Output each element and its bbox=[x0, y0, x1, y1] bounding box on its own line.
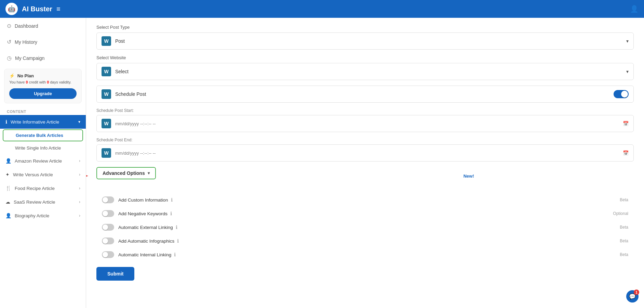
sidebar-item-label-food: Food Recipe Article bbox=[15, 186, 55, 191]
sidebar-item-label-versus: Write Versus Article bbox=[13, 172, 53, 177]
sidebar-item-write-versus-article[interactable]: ✦ Write Versus Article › bbox=[0, 168, 86, 181]
red-arrow-annotation bbox=[86, 169, 90, 183]
write-single-info-label: Write Single Info Article bbox=[15, 145, 61, 151]
chevron-right-icon: › bbox=[79, 158, 80, 163]
no-plan-title: ⚡ No Plan bbox=[9, 73, 77, 78]
generate-bulk-articles-label: Generate Bulk Articles bbox=[16, 133, 63, 138]
info-icon-custom[interactable]: ℹ bbox=[171, 197, 173, 203]
info-icon-neg-kw[interactable]: ℹ bbox=[170, 211, 172, 216]
sidebar-item-label-dashboard: Dashboard bbox=[15, 23, 38, 29]
toggle-thumb-neg bbox=[103, 211, 108, 216]
calendar-icon-end[interactable]: 📅 bbox=[623, 150, 629, 156]
dashboard-icon: ⊙ bbox=[7, 23, 11, 29]
schedule-end-row: W 📅 bbox=[96, 144, 634, 162]
option-label-external-linking: Automatic External Linking bbox=[118, 225, 173, 230]
dropdown-chevron-post: ▾ bbox=[626, 38, 629, 44]
info-icon-infographics[interactable]: ℹ bbox=[177, 238, 179, 244]
sidebar-item-dashboard[interactable]: ⊙ Dashboard bbox=[0, 18, 86, 34]
hamburger-menu[interactable]: ≡ bbox=[56, 5, 61, 13]
chevron-right-icon-3: › bbox=[79, 186, 80, 191]
option-automatic-external-linking: Automatic External Linking ℹ Beta bbox=[96, 220, 634, 234]
toggle-add-custom-info[interactable] bbox=[102, 196, 114, 203]
no-plan-box: ⚡ No Plan You have 0 credit with 0 days … bbox=[4, 69, 82, 103]
toggle-external-linking[interactable] bbox=[102, 224, 114, 231]
schedule-post-row: W Schedule Post bbox=[96, 86, 634, 103]
badge-negative-keywords: Optional bbox=[613, 211, 628, 216]
option-add-automatic-infographics: Add Automatic Infographics ℹ Beta bbox=[96, 234, 634, 248]
main-content-area: Select Post Type W Post ▾ Select Website… bbox=[86, 18, 644, 308]
no-plan-text: You have 0 credit with 0 days validity. bbox=[9, 80, 77, 85]
schedule-start-label: Schedule Post Start: bbox=[96, 108, 634, 113]
website-dropdown[interactable]: W Select ▾ bbox=[96, 63, 634, 80]
schedule-end-label: Schedule Post End: bbox=[96, 138, 634, 142]
app-title: AI Buster bbox=[22, 5, 52, 13]
info-icon: ℹ bbox=[5, 119, 7, 125]
food-icon: 🍴 bbox=[5, 185, 11, 191]
schedule-start-row: W 📅 bbox=[96, 115, 634, 132]
sidebar-item-my-campaign[interactable]: ◷ My Campaign bbox=[0, 50, 86, 66]
sidebar-item-biography-article[interactable]: 👤 Biography Article › bbox=[0, 209, 86, 222]
badge-external-linking: Beta bbox=[620, 225, 628, 230]
sidebar-item-saas-review-article[interactable]: ☁ SaaS Review Article › bbox=[0, 195, 86, 209]
new-badge: New! bbox=[464, 174, 474, 179]
toggle-infographics[interactable] bbox=[102, 238, 114, 244]
calendar-icon-start[interactable]: 📅 bbox=[623, 121, 629, 126]
toggle-thumb-int bbox=[103, 252, 108, 257]
sidebar-item-label-history: My History bbox=[15, 39, 37, 45]
badge-infographics: Beta bbox=[620, 239, 628, 243]
sidebar-item-my-history[interactable]: ↺ My History bbox=[0, 34, 86, 50]
info-icon-ext-link[interactable]: ℹ bbox=[176, 224, 177, 230]
logo-icon: 🤖 bbox=[5, 3, 18, 15]
schedule-post-toggle[interactable] bbox=[614, 90, 629, 98]
sidebar-item-food-recipe-article[interactable]: 🍴 Food Recipe Article › bbox=[0, 181, 86, 195]
sidebar-item-amazon-review-article[interactable]: 👤 Amazon Review Article › bbox=[0, 154, 86, 168]
schedule-end-input[interactable] bbox=[115, 151, 623, 156]
sidebar-subitem-generate-bulk-articles[interactable]: Generate Bulk Articles bbox=[3, 129, 83, 141]
option-add-negative-keywords: Add Negative Keywords ℹ Optional bbox=[96, 207, 634, 220]
arrow-svg bbox=[86, 169, 90, 183]
versus-icon: ✦ bbox=[5, 172, 10, 177]
sidebar-item-write-informative-article[interactable]: ℹ Write Informative Article ▾ bbox=[0, 115, 86, 129]
advanced-options-container: Advanced Options ▾ New! bbox=[96, 167, 634, 185]
toggle-internal-linking[interactable] bbox=[102, 251, 114, 258]
notification-count: 1 bbox=[634, 290, 639, 295]
sidebar-item-label-saas: SaaS Review Article bbox=[14, 200, 55, 205]
wordpress-icon-website: W bbox=[102, 67, 111, 76]
sidebar-item-label-campaign: My Campaign bbox=[15, 55, 44, 61]
post-type-dropdown[interactable]: W Post ▾ bbox=[96, 33, 634, 50]
badge-custom-info: Beta bbox=[620, 197, 628, 202]
advanced-options-chevron: ▾ bbox=[148, 171, 150, 176]
wordpress-icon-end: W bbox=[102, 148, 111, 158]
submit-button[interactable]: Submit bbox=[96, 267, 134, 281]
chevron-right-icon-4: › bbox=[79, 200, 80, 204]
info-icon-int-link[interactable]: ℹ bbox=[174, 252, 176, 257]
upgrade-button[interactable]: Upgrade bbox=[9, 88, 77, 99]
toggle-thumb-info bbox=[103, 238, 108, 244]
option-label-infographics: Add Automatic Infographics bbox=[118, 239, 174, 244]
campaign-icon: ◷ bbox=[7, 55, 12, 61]
option-label-negative-keywords: Add Negative Keywords bbox=[118, 211, 167, 216]
sidebar-subitem-write-single-info-article[interactable]: Write Single Info Article bbox=[0, 142, 86, 154]
saas-icon: ☁ bbox=[5, 199, 10, 205]
advanced-options-toggle[interactable]: Advanced Options ▾ bbox=[96, 167, 156, 179]
user-avatar-icon[interactable]: 👤 bbox=[630, 5, 639, 13]
select-website-label: Select Website bbox=[96, 55, 634, 60]
select-post-type-label: Select Post Type bbox=[96, 25, 634, 30]
website-value: Select bbox=[115, 69, 626, 74]
amazon-icon: 👤 bbox=[5, 158, 11, 164]
main-layout: ⊙ Dashboard ↺ My History ◷ My Campaign ⚡… bbox=[0, 18, 644, 308]
notification-badge[interactable]: 💬 1 bbox=[626, 290, 639, 303]
toggle-thumb-custom bbox=[103, 197, 108, 203]
schedule-start-input[interactable] bbox=[115, 121, 623, 126]
sidebar-item-label-write-informative: Write Informative Article bbox=[11, 119, 59, 125]
toggle-negative-keywords[interactable] bbox=[102, 210, 114, 217]
sidebar-item-label-amazon: Amazon Review Article bbox=[15, 158, 62, 164]
bolt-icon: ⚡ bbox=[9, 73, 15, 78]
wordpress-icon-start: W bbox=[102, 119, 111, 128]
option-add-custom-information: Add Custom Information ℹ Beta bbox=[96, 193, 634, 207]
chevron-right-icon-2: › bbox=[79, 172, 80, 177]
top-navigation: 🤖 AI Buster ≡ 👤 bbox=[0, 0, 644, 18]
sidebar: ⊙ Dashboard ↺ My History ◷ My Campaign ⚡… bbox=[0, 18, 86, 308]
option-automatic-internal-linking: Automatic Internal Linking ℹ Beta bbox=[96, 248, 634, 261]
advanced-options-label: Advanced Options bbox=[103, 170, 145, 176]
